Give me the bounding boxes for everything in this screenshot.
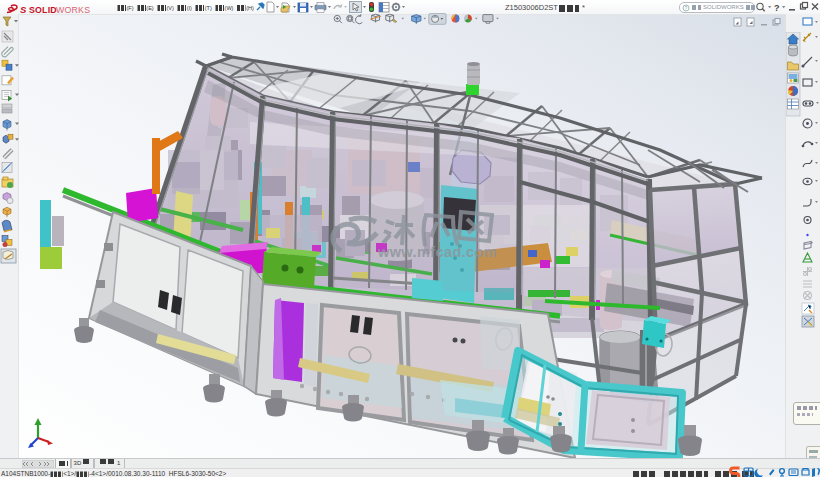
svg-text:www.mfcad.com: www.mfcad.com — [377, 244, 497, 260]
svg-text:S: S — [20, 4, 27, 15]
svg-text:WORKS: WORKS — [56, 5, 90, 15]
svg-text:?: ? — [774, 3, 780, 13]
svg-text:?: ? — [684, 5, 687, 11]
svg-text:SOLID: SOLID — [29, 5, 57, 15]
